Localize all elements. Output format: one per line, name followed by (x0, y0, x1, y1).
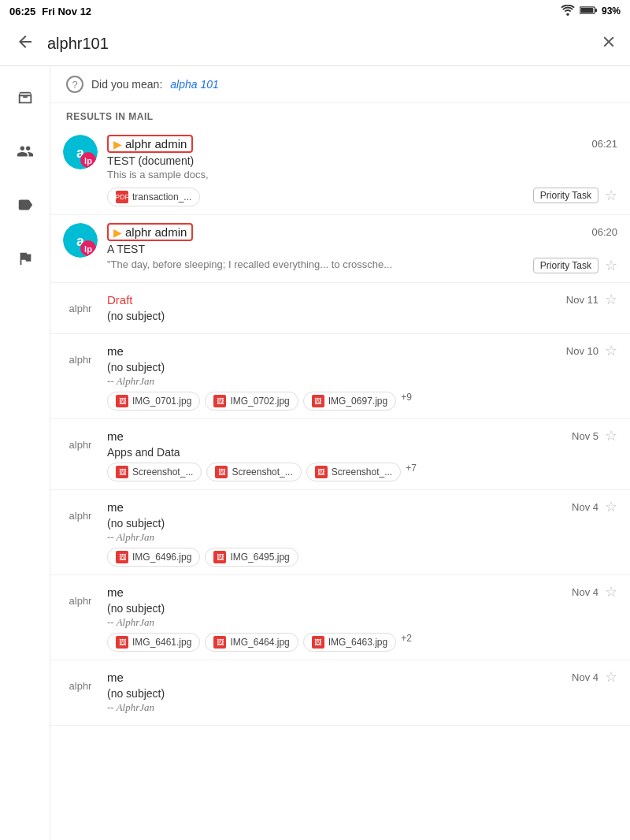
email-subject: A TEST (107, 243, 617, 255)
attachment-chip[interactable]: 🖼 IMG_0702.jpg (205, 392, 298, 411)
search-query[interactable]: alphr101 (47, 35, 591, 53)
avatar: alphr (63, 668, 98, 703)
star-button[interactable]: ☆ (605, 427, 617, 444)
clear-search-button[interactable] (600, 33, 617, 55)
attachment-chip[interactable]: 🖼 IMG_6495.jpg (205, 548, 298, 567)
content-area: ? Did you mean: alpha 101 RESULTS IN MAI… (50, 66, 630, 840)
attachment-chip[interactable]: 🖼 IMG_6464.jpg (205, 633, 298, 652)
attachments-row: 🖼 IMG_0701.jpg 🖼 IMG_0702.jpg 🖼 IMG_0697… (107, 392, 617, 411)
image-icon: 🖼 (213, 636, 226, 649)
attachment-count: +9 (401, 392, 412, 411)
star-button[interactable]: ☆ (605, 257, 617, 274)
attachment-chip[interactable]: 🖼 IMG_0701.jpg (107, 392, 200, 411)
status-bar: 06:25 Fri Nov 12 93% (0, 0, 630, 22)
attachment-chip[interactable]: 🖼 Screenshot_... (206, 463, 301, 481)
email-time: Nov 10 (566, 345, 598, 357)
email-body: me Nov 10 ☆ (no subject) -- AlphrJan 🖼 I… (107, 342, 617, 411)
email-body: me Nov 4 ☆ (no subject) -- AlphrJan (107, 668, 617, 717)
attachment-chip[interactable]: 🖼 IMG_6463.jpg (303, 633, 396, 652)
star-button[interactable]: ☆ (605, 187, 617, 204)
attachment-name: IMG_6464.jpg (230, 637, 289, 648)
sidebar-item-contacts[interactable] (9, 136, 41, 167)
email-preview: "The day, before sleeping; I recalled ev… (107, 258, 533, 270)
sender-name: Draft (107, 293, 133, 307)
image-icon: 🖼 (116, 466, 128, 478)
sidebar-item-inbox[interactable] (9, 82, 41, 113)
pdf-icon: PDF (116, 191, 128, 203)
email-item[interactable]: a lp ▶ alphr admin 06:21 TEST (document)… (50, 127, 630, 215)
email-body: ▶ alphr admin 06:20 A TEST "The day, bef… (107, 223, 617, 274)
image-icon: 🖼 (315, 466, 328, 478)
attachment-chip[interactable]: 🖼 IMG_6461.jpg (107, 633, 200, 652)
email-subject: (no subject) (107, 687, 617, 700)
priority-badge: Priority Task (533, 258, 598, 273)
main-layout: ? Did you mean: alpha 101 RESULTS IN MAI… (0, 66, 630, 840)
battery-percent: 93% (602, 6, 621, 17)
email-item[interactable]: alphr me Nov 4 ☆ (no subject) -- AlphrJa… (50, 660, 630, 726)
svg-text:lp: lp (84, 156, 92, 165)
email-time: Nov 4 (572, 586, 598, 598)
attachment-chip[interactable]: PDF transaction_... (107, 188, 200, 206)
sender-name: ▶ alphr admin (107, 135, 193, 153)
avatar: alphr (63, 427, 98, 462)
sidebar-item-flag[interactable] (9, 243, 41, 274)
email-preview: This is a sample docs, (107, 169, 617, 180)
attachments-row: 🖼 Screenshot_... 🖼 Screenshot_... 🖼 Scre… (107, 463, 617, 481)
search-bar: alphr101 (0, 22, 630, 66)
svg-text:lp: lp (84, 244, 92, 254)
email-item[interactable]: alphr me Nov 5 ☆ Apps and Data 🖼 Screens… (50, 419, 630, 490)
back-button[interactable] (13, 29, 38, 59)
star-button[interactable]: ☆ (605, 342, 617, 359)
email-item[interactable]: alphr me Nov 10 ☆ (no subject) -- AlphrJ… (50, 334, 630, 419)
email-preview-cursive: -- AlphrJan (107, 616, 617, 629)
email-item[interactable]: alphr me Nov 4 ☆ (no subject) -- AlphrJa… (50, 575, 630, 660)
email-time: 06:20 (591, 226, 617, 238)
sidebar-item-labels[interactable] (9, 189, 41, 221)
did-you-mean-suggestion[interactable]: alpha 101 (170, 78, 219, 91)
attachment-name: IMG_0702.jpg (230, 396, 289, 407)
attachments-row: 🖼 IMG_6461.jpg 🖼 IMG_6464.jpg 🖼 IMG_6463… (107, 633, 617, 652)
svg-rect-1 (595, 8, 597, 11)
star-button[interactable]: ☆ (605, 498, 617, 515)
attachment-chip[interactable]: 🖼 Screenshot_... (107, 463, 202, 481)
sender-name: me (107, 671, 124, 684)
attachment-name: IMG_6495.jpg (230, 552, 289, 563)
help-icon: ? (66, 76, 83, 93)
image-icon: 🖼 (116, 636, 128, 649)
sender-name: me (107, 344, 124, 358)
email-time: Nov 4 (572, 501, 598, 513)
email-body: me Nov 4 ☆ (no subject) -- AlphrJan 🖼 IM… (107, 583, 617, 652)
email-time: 06:21 (591, 138, 617, 150)
email-subject: Apps and Data (107, 446, 617, 459)
status-day: Fri Nov 12 (42, 6, 91, 17)
email-item[interactable]: alphr me Nov 4 ☆ (no subject) -- AlphrJa… (50, 490, 630, 575)
attachment-name: IMG_6463.jpg (328, 637, 387, 648)
attachment-name: IMG_0697.jpg (328, 396, 387, 407)
star-button[interactable]: ☆ (605, 668, 617, 686)
attachment-name: IMG_6461.jpg (132, 637, 191, 648)
attachment-count: +7 (406, 463, 417, 481)
email-right-side: 06:21 (591, 138, 617, 150)
status-time: 06:25 (9, 6, 35, 17)
email-subject: TEST (document) (107, 154, 617, 167)
email-preview-cursive: -- AlphrJan (107, 531, 617, 544)
email-item[interactable]: alphr Draft Nov 11 ☆ (no subject) (50, 283, 630, 334)
email-body: ▶ alphr admin 06:21 TEST (document) This… (107, 135, 617, 206)
attachment-chip[interactable]: 🖼 Screenshot_... (306, 463, 401, 481)
image-icon: 🖼 (312, 395, 324, 407)
email-time: Nov 4 (572, 671, 598, 683)
star-button[interactable]: ☆ (605, 291, 617, 308)
attachment-name: Screenshot_... (332, 466, 392, 478)
image-icon: 🖼 (116, 551, 128, 563)
email-time: Nov 11 (566, 294, 598, 306)
email-subject: (no subject) (107, 361, 617, 374)
attachment-name: transaction_... (132, 191, 191, 203)
results-section-header: RESULTS IN MAIL (50, 103, 630, 127)
email-item[interactable]: a lp ▶ alphr admin 06:20 A TEST "The day… (50, 215, 630, 283)
attachment-chip[interactable]: 🖼 IMG_0697.jpg (303, 392, 396, 411)
attachment-chip[interactable]: 🖼 IMG_6496.jpg (107, 548, 200, 567)
star-button[interactable]: ☆ (605, 583, 617, 600)
avatar: a lp (63, 223, 98, 258)
did-you-mean-prefix: Did you mean: (91, 78, 162, 91)
avatar: alphr (63, 342, 98, 377)
